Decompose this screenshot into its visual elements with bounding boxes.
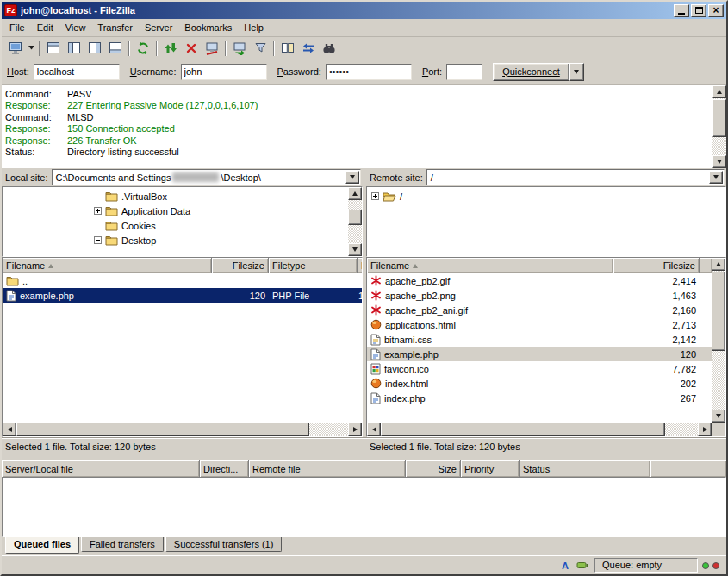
folder-icon [105,235,118,246]
queue-toggle-button[interactable] [105,38,126,58]
image-file-icon [370,275,382,286]
column-header-filename[interactable]: Filename [367,258,613,273]
file-row-index-php[interactable]: index.php267 [367,391,712,405]
quickconnect-button[interactable]: Quickconnect [493,63,569,81]
minimize-button[interactable] [674,4,689,17]
tab-queued-files[interactable]: Queued files [5,537,79,554]
local-tree-toggle-button[interactable] [64,38,84,58]
disconnect-button[interactable] [202,38,222,58]
tree-item-item[interactable]: / [367,189,725,203]
close-button[interactable]: × [708,4,724,17]
host-input[interactable] [34,64,120,80]
compare-button[interactable] [277,38,298,58]
title-bar[interactable]: Fz john@localhost - FileZilla × [2,2,726,19]
filter-button[interactable] [250,38,271,58]
tab-failed-transfers[interactable]: Failed transfers [81,537,164,552]
scrollbar-thumb[interactable] [712,99,726,137]
file-row-example-php[interactable]: example.php120 [367,347,712,361]
menu-item-help[interactable]: Help [238,21,270,35]
remote-vscrollbar[interactable] [712,258,725,423]
find-button[interactable] [319,38,339,58]
file-row-bitnami-css[interactable]: bitnami.css2,142 [367,332,712,347]
remote-site-combo[interactable]: / [426,169,725,185]
column-header-server-local-file[interactable]: Server/Local file [2,460,200,477]
file-row-index-html[interactable]: index.html202 [367,376,712,391]
local-site-dropdown-button[interactable] [345,171,359,184]
tree-item-desktop[interactable]: Desktop [3,233,362,247]
toolbar-dropdown-arrow-button[interactable] [26,38,36,58]
refresh-button[interactable] [133,38,153,58]
column-header-size[interactable]: Size [406,460,461,477]
scroll-up-button[interactable] [712,85,726,98]
scroll-right-button[interactable] [348,423,362,436]
site-manager-button[interactable] [5,38,26,58]
scroll-right-button[interactable] [698,423,712,436]
collapse-minus-icon[interactable] [94,236,102,244]
column-header-filetype[interactable]: Filetype [269,258,358,273]
folder-icon [105,205,118,216]
file-row-example-php[interactable]: example.php120PHP File1 [3,288,362,303]
remote-tree-toggle-button[interactable] [84,38,105,58]
password-input[interactable] [326,64,412,80]
menu-item-transfer[interactable]: Transfer [91,21,139,35]
username-input[interactable] [181,64,267,80]
file-row-applications-html[interactable]: applications.html2,713 [367,317,712,332]
tree-item-cookies[interactable]: Cookies [3,218,362,233]
menu-item-bookmarks[interactable]: Bookmarks [178,21,238,35]
file-row-apache-pb2-gif[interactable]: apache_pb2.gif2,414 [367,273,712,288]
column-header-status[interactable]: Status [520,460,650,477]
expand-plus-icon[interactable] [94,207,102,215]
maximize-button[interactable] [691,4,706,17]
scrollbar-thumb[interactable] [348,210,362,225]
file-row-favicon-ico[interactable]: favicon.ico7,782 [367,361,712,376]
log-scrollbar[interactable] [712,85,726,168]
local-hscrollbar[interactable] [3,423,362,436]
scroll-down-button[interactable] [712,155,726,168]
scroll-up-button[interactable] [348,187,362,200]
sync-browsing-button[interactable] [298,38,319,58]
menu-item-server[interactable]: Server [139,21,178,35]
file-name-cell: applications.html [367,319,613,330]
quickconnect-dropdown-button[interactable] [569,63,584,81]
local-site-combo[interactable]: C:\Documents and Settings\Desktop\ [52,169,361,185]
scrollbar-thumb[interactable] [381,423,665,436]
process-queue-button[interactable] [160,38,181,58]
scroll-down-button[interactable] [712,410,725,423]
column-header-l[interactable]: L [358,258,362,273]
tree-item-application-data[interactable]: Application Data [3,203,362,218]
column-header-filesize[interactable]: Filesize [212,258,269,273]
toolbar-separator [39,41,40,56]
queue-toggle-icon [109,41,122,54]
scroll-up-button[interactable] [712,258,725,271]
remote-hscrollbar[interactable] [367,423,712,436]
file-row-item[interactable]: .. [3,273,362,288]
local-tree-scrollbar[interactable] [348,187,362,256]
column-header-filesize[interactable]: Filesize [613,258,700,273]
file-size: 2,142 [613,335,700,345]
column-header-filename[interactable]: Filename [3,258,212,273]
file-row-apache-pb2-ani-gif[interactable]: apache_pb2_ani.gif2,160 [367,303,712,317]
directory-trees-section: Local site: C:\Documents and Settings\De… [2,168,726,257]
file-row-apache-pb2-png[interactable]: apache_pb2.png1,463 [367,288,712,303]
menu-item-file[interactable]: File [3,21,31,35]
scrollbar-thumb[interactable] [16,423,309,436]
scrollbar-thumb[interactable] [712,272,725,351]
message-log-toggle-button[interactable] [43,38,64,58]
column-header-remote-file[interactable]: Remote file [249,460,406,477]
remote-site-dropdown-button[interactable] [709,171,723,184]
expand-plus-icon[interactable] [371,192,379,200]
tree-item-virtualbox[interactable]: .VirtualBox [3,189,362,203]
menu-item-view[interactable]: View [59,21,92,35]
scroll-left-button[interactable] [367,423,381,436]
column-header-directi[interactable]: Directi... [200,460,249,477]
cancel-button[interactable] [181,38,202,58]
reconnect-button[interactable] [229,38,250,58]
scroll-left-button[interactable] [3,423,16,436]
tab-successful-transfers-1[interactable]: Successful transfers (1) [165,537,283,552]
scroll-down-button[interactable] [348,243,362,256]
port-input[interactable] [446,64,482,80]
statusbar-indicators: A [557,559,590,573]
menu-item-edit[interactable]: Edit [31,21,59,35]
username-label: Username: [130,66,177,77]
column-header-priority[interactable]: Priority [461,460,520,477]
